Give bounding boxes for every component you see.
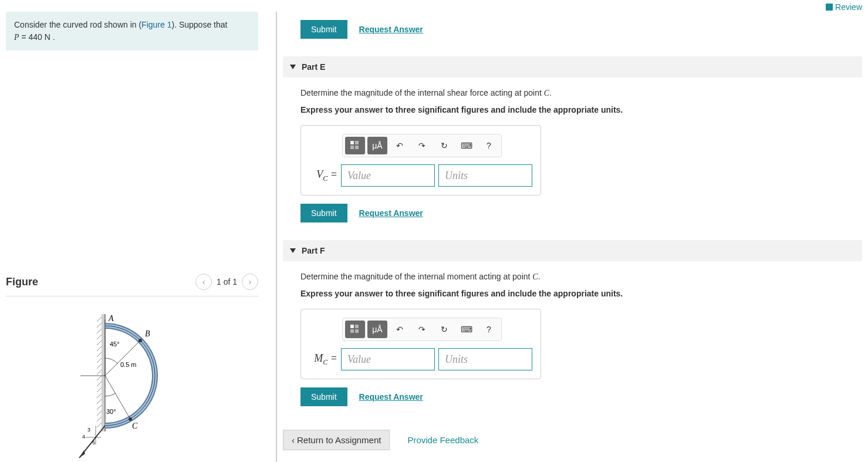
part-f-prompt: Determine the magnitude of the internal … xyxy=(300,272,862,282)
svg-rect-44 xyxy=(355,141,359,144)
part-f-answer-box: μÅ ↶ ↷ ↻ ⌨ ? MC = xyxy=(300,309,541,379)
svg-line-8 xyxy=(97,352,102,357)
svg-line-19 xyxy=(97,417,102,421)
svg-text:30°: 30° xyxy=(106,408,116,415)
template-icon[interactable] xyxy=(345,321,365,338)
return-to-assignment-button[interactable]: ‹ Return to Assignment xyxy=(283,430,390,450)
svg-marker-29 xyxy=(79,450,85,458)
part-e-answer-box: μÅ ↶ ↷ ↻ ⌨ ? VC = xyxy=(300,125,541,195)
svg-line-16 xyxy=(97,399,102,404)
svg-text:C: C xyxy=(132,421,138,430)
help-icon[interactable]: ? xyxy=(479,137,499,154)
return-label: Return to Assignment xyxy=(297,435,381,445)
svg-rect-45 xyxy=(350,146,354,149)
svg-line-18 xyxy=(97,411,102,416)
submit-button-f[interactable]: Submit xyxy=(300,387,347,406)
redo-icon[interactable]: ↷ xyxy=(412,137,432,154)
svg-text:4: 4 xyxy=(82,434,85,440)
svg-text:B: B xyxy=(145,329,150,338)
figure-heading: Figure xyxy=(6,276,38,288)
figure-link[interactable]: Figure 1 xyxy=(141,20,171,29)
svg-line-7 xyxy=(97,346,102,351)
redo-icon[interactable]: ↷ xyxy=(412,321,432,338)
svg-line-5 xyxy=(97,335,102,339)
units-symbol-icon[interactable]: μÅ xyxy=(367,137,387,154)
provide-feedback-link[interactable]: Provide Feedback xyxy=(407,435,478,445)
svg-line-11 xyxy=(97,370,102,375)
value-input-f[interactable] xyxy=(341,348,435,370)
units-input-f[interactable] xyxy=(438,348,532,370)
figure-prev-button[interactable]: ‹ xyxy=(195,274,212,290)
part-e-prompt: Determine the magnitude of the internal … xyxy=(300,88,862,98)
svg-line-4 xyxy=(97,329,102,333)
variable-p: P xyxy=(14,33,19,42)
review-text: Review xyxy=(835,2,862,12)
help-icon[interactable]: ? xyxy=(479,321,499,338)
units-input-e[interactable] xyxy=(438,164,532,187)
template-icon[interactable] xyxy=(345,137,365,154)
svg-line-14 xyxy=(97,387,102,392)
chevron-left-icon: ‹ xyxy=(292,435,295,445)
reset-icon[interactable]: ↻ xyxy=(434,137,454,154)
svg-line-15 xyxy=(97,393,102,398)
part-f-title: Part F xyxy=(302,246,325,255)
svg-rect-47 xyxy=(350,325,354,328)
submit-button-e[interactable]: Submit xyxy=(300,204,347,222)
svg-point-26 xyxy=(139,339,142,342)
part-e-title: Part E xyxy=(302,62,325,72)
request-answer-link-top[interactable]: Request Answer xyxy=(359,25,423,34)
svg-text:0.5 m: 0.5 m xyxy=(120,361,137,368)
undo-icon[interactable]: ↶ xyxy=(390,321,410,338)
undo-icon[interactable]: ↶ xyxy=(390,137,410,154)
svg-line-17 xyxy=(97,405,102,410)
svg-rect-43 xyxy=(350,141,354,144)
request-answer-link-f[interactable]: Request Answer xyxy=(359,392,423,402)
svg-rect-46 xyxy=(355,146,359,149)
part-e-header[interactable]: Part E xyxy=(283,56,862,77)
reset-icon[interactable]: ↻ xyxy=(434,321,454,338)
svg-rect-49 xyxy=(350,329,354,333)
svg-line-12 xyxy=(97,376,102,380)
review-link[interactable]: Review xyxy=(0,0,868,12)
keyboard-icon[interactable]: ⌨ xyxy=(457,137,477,154)
units-symbol-icon[interactable]: μÅ xyxy=(367,321,387,338)
p-value: = 440 N . xyxy=(19,32,55,42)
collapse-icon xyxy=(290,65,296,69)
collapse-icon xyxy=(290,248,296,253)
svg-line-6 xyxy=(97,340,102,345)
svg-rect-48 xyxy=(355,325,359,328)
problem-text2: ). Suppose that xyxy=(171,20,227,29)
svg-rect-0 xyxy=(102,314,105,431)
part-e-instruction: Express your answer to three significant… xyxy=(300,105,862,114)
figure-counter: 1 of 1 xyxy=(217,277,237,286)
svg-text:A: A xyxy=(108,314,114,323)
request-answer-link-e[interactable]: Request Answer xyxy=(359,208,423,218)
submit-button-top[interactable]: Submit xyxy=(300,20,347,39)
problem-text: Consider the curved rod shown in ( xyxy=(14,20,141,29)
svg-line-3 xyxy=(97,323,102,328)
value-input-e[interactable] xyxy=(341,164,435,187)
svg-point-27 xyxy=(129,417,132,421)
svg-line-9 xyxy=(97,358,102,363)
figure-next-button[interactable]: › xyxy=(242,274,258,290)
part-f-header[interactable]: Part F xyxy=(283,240,862,261)
problem-statement: Consider the curved rod shown in (Figure… xyxy=(6,12,258,50)
svg-line-10 xyxy=(97,364,102,369)
svg-line-13 xyxy=(97,382,102,386)
variable-label-mc: MC = xyxy=(309,352,337,367)
svg-text:45°: 45° xyxy=(110,340,120,348)
svg-text:3: 3 xyxy=(87,427,90,433)
flag-icon xyxy=(826,4,833,11)
variable-label-vc: VC = xyxy=(309,168,337,183)
svg-rect-50 xyxy=(355,329,359,333)
svg-line-20 xyxy=(97,423,102,427)
figure-diagram: A B C P 45° 30° 0.5 m 3 4 5 xyxy=(6,308,258,462)
svg-line-2 xyxy=(97,317,102,322)
keyboard-icon[interactable]: ⌨ xyxy=(457,321,477,338)
svg-text:5: 5 xyxy=(92,440,95,446)
part-f-instruction: Express your answer to three significant… xyxy=(300,289,862,298)
